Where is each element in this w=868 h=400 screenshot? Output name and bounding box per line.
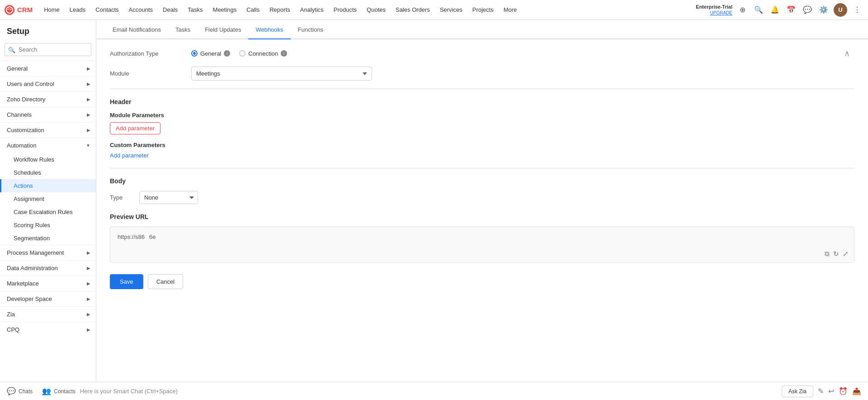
user-avatar[interactable]: U [834, 3, 847, 17]
app-logo[interactable]: CRM [5, 5, 33, 15]
sidebar-section-channels-header[interactable]: Channels ▶ [0, 107, 96, 122]
sidebar-section-process-label: Process Management [7, 249, 64, 256]
sidebar-section-cpq-header[interactable]: CPQ ▶ [0, 322, 96, 337]
expand-icon[interactable]: ⤢ [843, 250, 849, 258]
sidebar-section-zia-header[interactable]: Zia ▶ [0, 307, 96, 322]
header-divider [110, 89, 854, 89]
preview-url-suffix: 6e [149, 233, 156, 240]
tab-field-updates[interactable]: Field Updates [198, 20, 248, 39]
chat-icons: ✎ ↩ ⏰ 📤 [818, 387, 861, 395]
chat-action-3[interactable]: ⏰ [839, 387, 848, 395]
nav-services[interactable]: Services [435, 4, 467, 15]
logo-icon [5, 5, 14, 15]
nav-tasks[interactable]: Tasks [183, 4, 207, 15]
chat-action-4[interactable]: 📤 [852, 387, 861, 395]
nav-products[interactable]: Products [329, 4, 361, 15]
sidebar-section-channels-label: Channels [7, 111, 32, 118]
chat-icon[interactable]: 💬 [801, 4, 814, 16]
sidebar-section-marketplace: Marketplace ▶ [0, 276, 96, 291]
content-area: Email Notifications Tasks Field Updates … [96, 20, 868, 400]
trial-badge: Enterprise-Trial UPGRADE [696, 4, 732, 16]
notifications-icon[interactable]: 🔔 [769, 4, 781, 16]
header-title: Header [110, 98, 854, 105]
nav-quotes[interactable]: Quotes [362, 4, 390, 15]
sidebar-section-customization-header[interactable]: Customization ▶ [0, 123, 96, 138]
collapse-icon[interactable]: ∧ [844, 49, 850, 58]
radio-connection[interactable]: Connection i [239, 50, 287, 57]
settings-icon[interactable]: ⚙️ [817, 4, 830, 16]
create-icon[interactable]: ⊕ [736, 4, 749, 16]
tab-webhooks[interactable]: Webhooks [248, 20, 290, 39]
module-select[interactable]: Meetings [191, 67, 372, 81]
chevron-right-icon-zoho: ▶ [87, 97, 90, 102]
sidebar: Setup 🔍 General ▶ Users and Control ▶ Zo… [0, 20, 96, 400]
search-icon[interactable]: 🔍 [752, 4, 765, 16]
nav-home[interactable]: Home [39, 4, 64, 15]
sidebar-item-schedules[interactable]: Schedules [0, 166, 96, 179]
sidebar-section-dev-space-header[interactable]: Developer Space ▶ [0, 291, 96, 306]
nav-projects[interactable]: Projects [468, 4, 498, 15]
sidebar-section-automation-header[interactable]: Automation ▼ [0, 138, 96, 153]
sidebar-section-channels: Channels ▶ [0, 107, 96, 122]
save-button[interactable]: Save [110, 274, 143, 289]
body-divider [110, 168, 854, 168]
sidebar-item-case-escalation-rules[interactable]: Case Escalation Rules [0, 205, 96, 219]
sidebar-section-general-header[interactable]: General ▶ [0, 61, 96, 76]
add-parameter-btn[interactable]: Add parameter [110, 122, 160, 134]
chat-action-2[interactable]: ↩ [828, 387, 834, 395]
upgrade-link[interactable]: UPGRADE [696, 10, 732, 16]
nav-contacts[interactable]: Contacts [91, 4, 123, 15]
tab-functions[interactable]: Functions [291, 20, 330, 39]
nav-analytics[interactable]: Analytics [296, 4, 328, 15]
sidebar-item-workflow-rules[interactable]: Workflow Rules [0, 153, 96, 166]
body-section: Body Type None [110, 177, 854, 204]
chevron-right-icon-marketplace: ▶ [87, 281, 90, 286]
sidebar-section-users-header[interactable]: Users and Control ▶ [0, 76, 96, 91]
preview-url-box: https://s86 6e ⧉ ↻ ⤢ [110, 227, 854, 263]
sidebar-section-data-admin-header[interactable]: Data Administration ▶ [0, 261, 96, 276]
search-input[interactable] [5, 43, 91, 56]
apps-icon[interactable]: ⋮ [851, 4, 863, 16]
sidebar-section-zoho-header[interactable]: Zoho Directory ▶ [0, 92, 96, 107]
nav-leads[interactable]: Leads [65, 4, 90, 15]
refresh-icon[interactable]: ↻ [833, 250, 839, 258]
nav-reports[interactable]: Reports [265, 4, 295, 15]
ask-zia-button[interactable]: Ask Zia [782, 386, 813, 397]
nav-calls[interactable]: Calls [242, 4, 264, 15]
nav-deals[interactable]: Deals [158, 4, 182, 15]
nav-meetings[interactable]: Meetings [208, 4, 241, 15]
general-info-icon[interactable]: i [224, 50, 230, 57]
copy-icon[interactable]: ⧉ [825, 250, 830, 258]
nav-accounts[interactable]: Accounts [124, 4, 157, 15]
chats-icon: 💬 [7, 387, 16, 395]
radio-general[interactable]: General i [191, 50, 230, 57]
custom-parameters-block: Custom Parameters Add parameter [110, 142, 854, 159]
tab-tasks[interactable]: Tasks [168, 20, 198, 39]
sidebar-item-actions[interactable]: Actions [0, 179, 96, 192]
sidebar-section-marketplace-header[interactable]: Marketplace ▶ [0, 276, 96, 291]
sidebar-section-cpq: CPQ ▶ [0, 322, 96, 337]
calendar-icon[interactable]: 📅 [785, 4, 797, 16]
sidebar-item-scoring-rules[interactable]: Scoring Rules [0, 219, 96, 232]
app-name: CRM [17, 6, 33, 14]
chevron-down-icon-automation: ▼ [86, 143, 90, 148]
nav-sales-orders[interactable]: Sales Orders [391, 4, 434, 15]
tab-email-notifications[interactable]: Email Notifications [105, 20, 168, 39]
chevron-right-icon: ▶ [87, 66, 90, 71]
connection-info-icon[interactable]: i [281, 50, 287, 57]
sidebar-item-assignment[interactable]: Assignment [0, 192, 96, 205]
type-select[interactable]: None [139, 191, 198, 204]
sidebar-item-segmentation[interactable]: Segmentation [0, 232, 96, 245]
preview-url-title: Preview URL [110, 213, 854, 220]
add-custom-parameter-link[interactable]: Add parameter [110, 152, 149, 159]
radio-general-label: General [200, 50, 221, 57]
authorization-type-label: Authorization Type [110, 50, 191, 57]
cancel-button[interactable]: Cancel [148, 274, 183, 289]
smart-chat-input[interactable]: Here is your Smart Chat (Ctrl+Space) [80, 388, 777, 395]
step-indicator: 8 ← [96, 120, 97, 137]
chat-action-1[interactable]: ✎ [818, 387, 824, 395]
sidebar-section-process-header[interactable]: Process Management ▶ [0, 245, 96, 260]
nav-more[interactable]: More [499, 4, 522, 15]
radio-connection-label: Connection [248, 50, 278, 57]
smart-chat-placeholder: Here is your Smart Chat (Ctrl+Space) [80, 388, 178, 395]
